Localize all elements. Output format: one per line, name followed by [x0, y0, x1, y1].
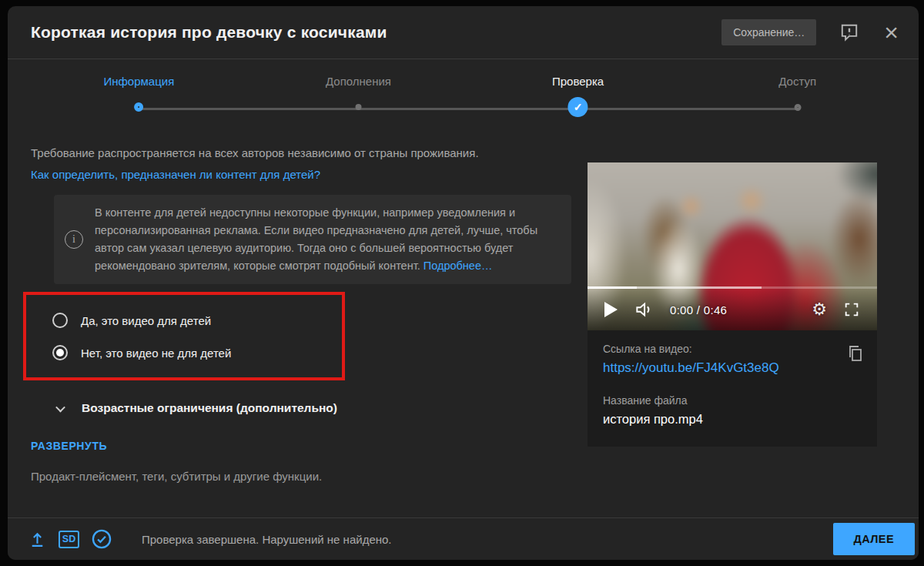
step-checks[interactable]: Проверка ✓	[552, 75, 604, 118]
radio-button[interactable]	[52, 313, 68, 328]
step-visibility[interactable]: Доступ	[778, 75, 816, 118]
dialog-header: Короткая история про девочку с косичками…	[8, 6, 919, 59]
info-icon: i	[65, 230, 83, 249]
feedback-icon[interactable]	[839, 22, 859, 42]
audience-section: Требование распространяется на всех авто…	[31, 142, 574, 483]
video-title: Короткая история про девочку с косичками	[31, 23, 721, 42]
step-circle-complete[interactable]: ✓	[568, 97, 588, 117]
volume-icon[interactable]	[634, 300, 654, 320]
dialog-content: Требование распространяется на всех авто…	[8, 133, 919, 483]
step-information[interactable]: Информация	[103, 75, 174, 118]
expand-hint-text: Продакт-плейсмент, теги, субтитры и друг…	[31, 470, 574, 483]
upload-stepper: Информация Дополнения Проверка ✓ Доступ	[8, 59, 919, 133]
check-icon: ✓	[574, 101, 583, 113]
fullscreen-icon[interactable]	[843, 301, 860, 318]
filename-value: история про.mp4	[603, 412, 862, 427]
sd-quality-badge: SD	[59, 531, 79, 548]
upload-dialog: Короткая история про девочку с косичками…	[8, 6, 919, 560]
audience-requirement-text: Требование распространяется на всех авто…	[31, 142, 574, 164]
stepper-track	[139, 108, 797, 110]
filename-label: Название файла	[603, 394, 862, 407]
checks-done-icon	[91, 528, 112, 550]
radio-button[interactable]	[52, 345, 68, 360]
video-player[interactable]: 0:00 / 0:46 ⚙	[588, 162, 877, 330]
video-link-label: Ссылка на видео:	[603, 343, 862, 355]
settings-gear-icon[interactable]: ⚙	[812, 300, 827, 320]
info-note-text: В контенте для детей недоступны некоторы…	[95, 204, 557, 275]
step-circle-pending[interactable]	[355, 104, 361, 110]
info-note: i В контенте для детей недоступны некото…	[54, 195, 571, 284]
next-button[interactable]: ДАЛЕЕ	[833, 523, 916, 555]
play-icon[interactable]	[604, 302, 618, 317]
video-details-panel: Ссылка на видео: https://youtu.be/FJ4KvG…	[588, 330, 877, 447]
video-url-link[interactable]: https://youtu.be/FJ4KvGt3e8Q	[603, 360, 862, 376]
chevron-down-icon	[55, 402, 65, 412]
learn-more-link[interactable]: Подробнее…	[424, 260, 493, 272]
upload-progress-icon	[28, 530, 47, 549]
saving-status-chip: Сохранение…	[721, 19, 816, 45]
close-icon[interactable]: ×	[884, 22, 899, 42]
time-display: 0:00 / 0:46	[670, 303, 727, 316]
radio-yes-kids[interactable]: Да, это видео для детей	[52, 304, 574, 337]
made-for-kids-group: Да, это видео для детей Нет, это видео н…	[31, 292, 574, 383]
age-restrictions-toggle[interactable]: Возрастные ограничения (дополнительно)	[31, 401, 574, 415]
radio-not-kids[interactable]: Нет, это видео не для детей	[52, 337, 574, 369]
player-controls: 0:00 / 0:46 ⚙	[588, 289, 877, 330]
expand-button[interactable]: РАЗВЕРНУТЬ	[31, 440, 107, 452]
dialog-footer: SD Проверка завершена. Нарушений не найд…	[8, 517, 919, 560]
step-additions[interactable]: Дополнения	[326, 75, 391, 118]
audience-help-link[interactable]: Как определить, предназначен ли контент …	[31, 164, 574, 186]
step-circle-active[interactable]	[134, 102, 143, 112]
step-circle-pending[interactable]	[794, 104, 801, 111]
checks-status-text: Проверка завершена. Нарушений не найдено…	[142, 533, 392, 546]
video-preview-card: 0:00 / 0:46 ⚙ Ссылка на видео: https://y…	[588, 162, 877, 483]
copy-link-icon[interactable]	[846, 344, 865, 363]
